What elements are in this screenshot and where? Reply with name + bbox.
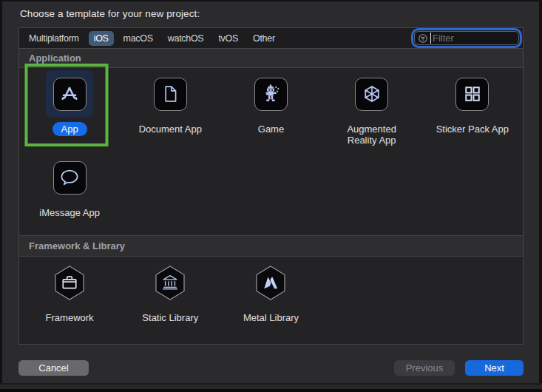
template-icon-area: [46, 154, 93, 201]
imessage-bubble-icon: [53, 161, 87, 195]
section-header-label: Framework & Library: [29, 240, 125, 251]
template-label: Augmented Reality App: [335, 124, 409, 146]
tab-other[interactable]: Other: [248, 31, 280, 46]
template-icon-area: [449, 70, 496, 118]
template-item-framework[interactable]: Framework: [19, 257, 120, 344]
template-icon-area: [348, 70, 396, 118]
template-icon-area: [247, 259, 294, 306]
window-border-left: [0, 0, 2, 392]
briefcase-icon: [54, 266, 85, 300]
sticker-grid-icon: [455, 78, 489, 111]
template-grid-framework: FrameworkStatic LibraryMetal Library: [19, 257, 523, 344]
tab-ios[interactable]: iOS: [89, 31, 114, 46]
template-label: Static Library: [142, 312, 198, 323]
cancel-button[interactable]: Cancel: [18, 360, 89, 376]
template-item-app[interactable]: App: [19, 68, 120, 152]
window-border-top: [0, 0, 542, 1]
template-item-game[interactable]: Game: [220, 68, 321, 152]
template-label: Framework: [46, 312, 94, 323]
template-item-imessage-app[interactable]: iMessage App: [19, 152, 120, 235]
template-label: App: [52, 122, 87, 136]
template-item-augmented-reality-app[interactable]: Augmented Reality App: [322, 68, 422, 152]
ar-cube-icon: [355, 78, 388, 111]
platform-tab-bar: MultiplatformiOSmacOSwatchOStvOSOtherFil…: [19, 28, 523, 49]
template-label: Sticker Pack App: [436, 124, 509, 135]
tab-multiplatform[interactable]: Multiplatform: [24, 31, 84, 46]
window-border-right: [539, 0, 542, 392]
template-icon-area: [46, 70, 93, 118]
template-item-static-library[interactable]: Static Library: [120, 257, 220, 344]
next-button[interactable]: Next: [465, 360, 524, 376]
tab-watchos[interactable]: watchOS: [163, 31, 209, 46]
template-label: iMessage App: [39, 207, 100, 218]
filter-input[interactable]: Filter: [414, 31, 519, 45]
appstore-icon: [53, 78, 87, 111]
dialog-title: Choose a template for your new project:: [20, 8, 200, 19]
previous-button[interactable]: Previous: [394, 360, 455, 376]
template-grid-application: AppDocument AppGameAugmented Reality App…: [19, 68, 523, 235]
template-label: Metal Library: [243, 312, 299, 323]
template-icon-area: [247, 70, 294, 118]
section-header-label: Application: [29, 53, 81, 64]
game-robot-icon: [254, 78, 288, 111]
filter-icon: [418, 33, 428, 44]
metal-m-icon: [255, 266, 286, 300]
section-header-framework: Framework & Library: [19, 235, 523, 257]
template-icon-area: [146, 259, 194, 306]
window-bottom-edge: [0, 383, 542, 392]
tab-tvos[interactable]: tvOS: [213, 31, 243, 46]
template-icon-area: [46, 259, 93, 306]
template-icon-area: [146, 70, 194, 118]
bank-icon: [155, 266, 186, 300]
template-item-sticker-pack-app[interactable]: Sticker Pack App: [422, 68, 523, 152]
template-chooser-panel: MultiplatformiOSmacOSwatchOStvOSOtherFil…: [18, 27, 524, 345]
document-icon: [154, 78, 187, 111]
tab-macos[interactable]: macOS: [118, 31, 158, 46]
template-item-document-app[interactable]: Document App: [120, 68, 220, 152]
filter-placeholder: Filter: [430, 33, 454, 44]
template-label: Document App: [139, 124, 202, 135]
template-item-metal-library[interactable]: Metal Library: [220, 257, 321, 344]
template-label: Game: [258, 124, 284, 135]
section-header-application: Application: [19, 49, 523, 68]
